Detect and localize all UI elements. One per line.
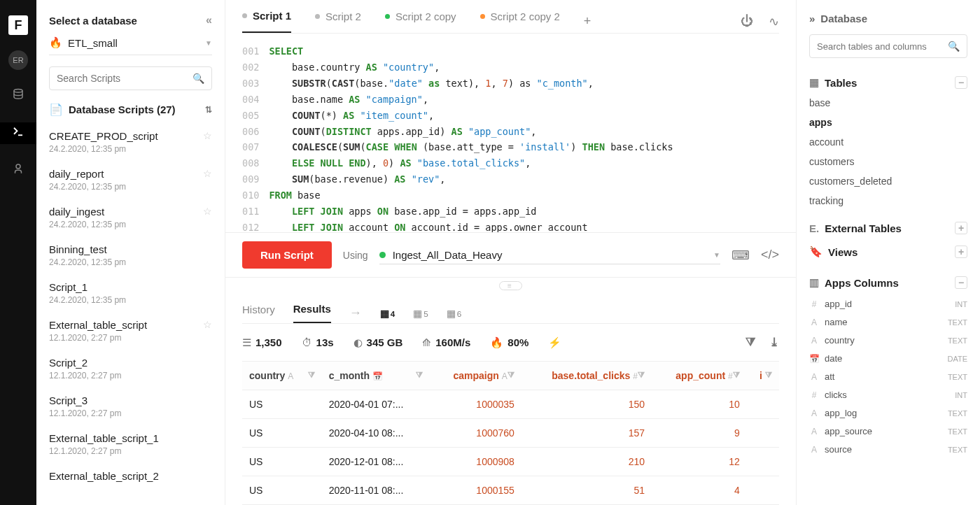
- add-tab-icon[interactable]: +: [584, 14, 592, 29]
- download-icon[interactable]: ⤓: [769, 335, 779, 350]
- table-row[interactable]: US2020-11-01 08:...1000155514: [242, 476, 779, 505]
- grid-6-icon[interactable]: ▦6: [447, 308, 461, 319]
- expand-section-icon[interactable]: +: [955, 222, 967, 234]
- code-area[interactable]: SELECT base.country AS "country", SUBSTR…: [269, 43, 673, 225]
- script-item[interactable]: External_table_script12.1.2020, 2:27 pm☆: [49, 313, 212, 351]
- wave-icon[interactable]: ∿: [769, 14, 779, 29]
- column-header[interactable]: c_month📅⧩: [322, 362, 430, 390]
- filter-icon[interactable]: ⧩: [733, 370, 740, 380]
- table-item[interactable]: customers: [809, 156, 967, 167]
- table-row[interactable]: US2020-04-01 07:...100003515010: [242, 390, 779, 419]
- column-item[interactable]: AnameTEXT: [809, 317, 967, 327]
- script-item[interactable]: daily_report24.2.2020, 12:35 pm☆: [49, 162, 212, 200]
- filter-icon[interactable]: ⧩: [507, 370, 514, 380]
- column-item[interactable]: AsourceTEXT: [809, 444, 967, 455]
- database-selector[interactable]: 🔥 ETL_small ▼: [49, 36, 212, 55]
- column-header[interactable]: base.total_clicks#⧩: [522, 362, 652, 390]
- user-icon[interactable]: [0, 159, 36, 181]
- status-dot: [385, 14, 390, 19]
- table-item[interactable]: customers_deleted: [809, 176, 967, 187]
- collapse-icon[interactable]: «: [206, 14, 212, 27]
- table-item[interactable]: base: [809, 97, 967, 108]
- table-row[interactable]: US2020-04-10 08:...10007601579: [242, 419, 779, 448]
- sort-icon[interactable]: ⇅: [205, 105, 212, 115]
- script-item[interactable]: Script_212.1.2020, 2:27 pm: [49, 351, 212, 389]
- column-header[interactable]: app_count#⧩: [652, 362, 747, 390]
- script-item[interactable]: Script_312.1.2020, 2:27 pm: [49, 389, 212, 427]
- keyboard-icon[interactable]: ⌨: [732, 248, 750, 263]
- editor-tab[interactable]: Script 2: [315, 10, 361, 32]
- gauge-icon: ◐: [354, 336, 363, 349]
- editor-tab[interactable]: Script 1: [242, 10, 291, 33]
- collapse-section-icon[interactable]: −: [955, 76, 967, 89]
- run-script-button[interactable]: Run Script: [242, 241, 332, 269]
- script-item[interactable]: External_table_script_2: [49, 464, 212, 492]
- terminal-icon[interactable]: [0, 122, 36, 144]
- search-tables-input[interactable]: 🔍: [809, 34, 967, 58]
- filter-icon[interactable]: ⧩: [308, 370, 315, 380]
- expand-section-icon[interactable]: +: [955, 246, 967, 258]
- column-item[interactable]: #app_idINT: [809, 299, 967, 309]
- editor-tab[interactable]: Script 2 copy 2: [480, 10, 560, 32]
- column-item[interactable]: AattTEXT: [809, 371, 967, 382]
- svg-point-0: [14, 90, 22, 93]
- column-item[interactable]: #clicksINT: [809, 390, 967, 400]
- filter-icon[interactable]: ⧩: [638, 370, 645, 380]
- table-row[interactable]: US2020-12-01 08:...100090821012: [242, 448, 779, 476]
- engine-selector[interactable]: Ingest_All_Data_Heavy ▼: [379, 246, 720, 264]
- table-item[interactable]: account: [809, 136, 967, 148]
- column-header[interactable]: campaignA⧩: [430, 362, 522, 390]
- app-logo[interactable]: F: [8, 15, 28, 35]
- tables-list: baseappsaccountcustomerscustomers_delete…: [809, 94, 967, 216]
- column-item[interactable]: Aapp_logTEXT: [809, 408, 967, 418]
- star-icon[interactable]: ☆: [203, 319, 212, 330]
- user-avatar[interactable]: ER: [8, 50, 28, 70]
- column-header[interactable]: i⧩: [747, 362, 779, 390]
- chevron-icon[interactable]: »: [809, 13, 815, 24]
- fire-icon: 🔥: [49, 36, 62, 49]
- script-item[interactable]: External_table_script_112.1.2020, 2:27 p…: [49, 427, 212, 464]
- arrow-right-icon[interactable]: →: [349, 306, 362, 320]
- star-icon[interactable]: ☆: [203, 168, 212, 179]
- table-item[interactable]: tracking: [809, 195, 967, 206]
- star-icon[interactable]: ☆: [203, 130, 212, 141]
- code-icon[interactable]: </>: [761, 248, 779, 262]
- tab-history[interactable]: History: [242, 304, 275, 322]
- tab-results[interactable]: Results: [293, 303, 331, 323]
- grid-4-icon[interactable]: ▦4: [380, 308, 395, 319]
- search-tables-field[interactable]: [817, 41, 948, 52]
- script-item[interactable]: Script_124.2.2020, 12:35 pm: [49, 276, 212, 313]
- engine-name: Ingest_All_Data_Heavy: [393, 249, 503, 261]
- section-views: Views: [828, 246, 858, 258]
- editor-tab[interactable]: Script 2 copy: [385, 10, 456, 32]
- type-icon: A: [809, 372, 819, 382]
- external-icon: E.: [809, 222, 819, 234]
- status-dot: [315, 14, 320, 19]
- filter-icon[interactable]: ⧩: [416, 370, 423, 380]
- database-icon[interactable]: [0, 85, 36, 107]
- grid-5-icon[interactable]: ▦5: [413, 308, 428, 319]
- collapse-section-icon[interactable]: −: [955, 276, 967, 289]
- script-item[interactable]: Binning_test24.2.2020, 12:35 pm: [49, 238, 212, 276]
- script-item[interactable]: CREATE_PROD_script24.2.2020, 12:35 pm☆: [49, 125, 212, 162]
- stats-bar: ☰1,350 ⏱13s ◐345 GB ⟰160M/s 🔥80% ⚡ ⧩ ⤓: [225, 324, 796, 361]
- tab-bar: Script 1Script 2Script 2 copyScript 2 co…: [225, 0, 796, 33]
- filter-icon[interactable]: ⧩: [746, 335, 755, 350]
- resize-handle[interactable]: ≡: [225, 278, 796, 296]
- table-item[interactable]: apps: [809, 117, 967, 128]
- scripts-header: Database Scripts (27): [69, 104, 176, 115]
- script-item[interactable]: daily_ingest24.2.2020, 12:35 pm☆: [49, 200, 212, 238]
- columns-icon: ▥: [809, 276, 819, 289]
- search-scripts-input[interactable]: 🔍: [49, 66, 212, 90]
- column-item[interactable]: AcountryTEXT: [809, 335, 967, 346]
- power-icon[interactable]: ⏻: [741, 14, 753, 29]
- sql-editor[interactable]: 001 002 003 004 005 006 007 008 009 010 …: [225, 34, 796, 232]
- column-header[interactable]: countryA⧩: [242, 362, 322, 390]
- stopwatch-icon: ⏱: [302, 336, 312, 348]
- star-icon[interactable]: ☆: [203, 206, 212, 217]
- column-item[interactable]: 📅dateDATE: [809, 353, 967, 364]
- filter-icon[interactable]: ⧩: [765, 370, 772, 380]
- search-scripts-field[interactable]: [57, 73, 192, 84]
- column-item[interactable]: Aapp_sourceTEXT: [809, 426, 967, 436]
- speed-value: 160M/s: [435, 336, 470, 348]
